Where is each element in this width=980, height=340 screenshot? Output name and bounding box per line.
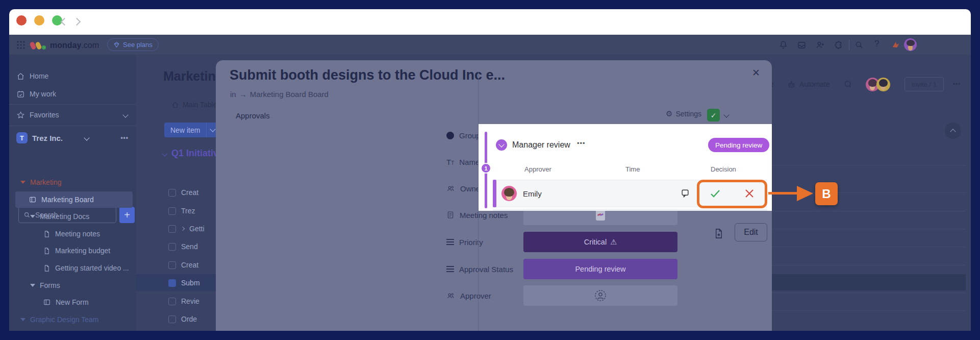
sidebar-divider [9, 104, 136, 105]
row-checkbox[interactable] [168, 298, 176, 305]
sidebar: Home My work Favorites T Trez Inc. ••• +… [9, 55, 136, 331]
home-icon [171, 101, 179, 109]
help-icon[interactable]: ? [874, 39, 879, 49]
sidebar-item-my-work[interactable]: My work [16, 86, 133, 102]
close-icon[interactable]: ✕ [752, 67, 760, 79]
edit-button[interactable]: Edit [735, 223, 767, 241]
topbar-divider [849, 40, 849, 50]
user-avatar[interactable] [904, 38, 917, 51]
search-icon[interactable] [855, 40, 864, 50]
field-label-group: Group [446, 125, 481, 145]
sidebar-item-favorites[interactable]: Favorites [16, 107, 133, 123]
sidebar-item-marketing-budget[interactable]: Marketing budget [16, 243, 133, 258]
row-checkbox[interactable] [168, 243, 176, 251]
field-label-approval-status: Approval Status [446, 259, 513, 279]
approver-name: Emily [523, 189, 542, 198]
automate-robot-icon [787, 80, 796, 89]
sidebar-workspace-trez[interactable]: T Trez Inc. ••• [16, 130, 133, 145]
field-label-approver: Approver [446, 285, 491, 306]
monday-logo[interactable]: monday.com [31, 41, 99, 50]
sidebar-item-marketing-board[interactable]: Marketing Board [16, 192, 133, 207]
sidebar-item-marketing[interactable]: Marketing [16, 175, 133, 190]
approvals-settings[interactable]: ⚙ Settings [666, 109, 701, 118]
traffic-light-minimize[interactable] [34, 15, 44, 26]
triangle-down-icon [30, 215, 35, 218]
see-plans-button[interactable]: See plans [107, 38, 159, 51]
doc-icon [43, 264, 51, 272]
scroll-top-button[interactable] [945, 123, 961, 139]
approver-row-accent [493, 180, 496, 207]
notifications-bell-icon[interactable] [778, 40, 788, 50]
automate-label[interactable]: Automate [799, 80, 830, 88]
row-checkbox[interactable] [168, 207, 176, 215]
workspace-avatar: T [16, 132, 28, 143]
tab-main-table[interactable]: Main Table [171, 101, 217, 109]
member-avatar[interactable] [876, 78, 890, 91]
new-item-button[interactable]: New item [164, 123, 218, 137]
row-label: Creat [181, 188, 198, 197]
annotation-arrowhead [796, 184, 814, 203]
workspace-menu-icon[interactable]: ••• [120, 134, 129, 141]
traffic-light-zoom[interactable] [52, 15, 62, 26]
logo-dot-green [42, 45, 46, 50]
field-value-approval-status[interactable]: Pending review [523, 259, 677, 279]
row-label: Creat [181, 261, 198, 269]
comment-icon[interactable] [680, 188, 690, 198]
sidebar-item-label: Forms [40, 281, 60, 289]
annotation-highlight-box [697, 180, 767, 208]
row-label: Revie [181, 297, 199, 305]
apps-marketplace-puzzle-icon[interactable] [834, 40, 844, 50]
sidebar-item-new-form[interactable]: New Form [16, 295, 133, 310]
gear-icon: ⚙ [666, 109, 672, 118]
row-gridline [772, 310, 966, 311]
sidebar-item-getting-started[interactable]: Getting started video ... [16, 260, 133, 276]
expand-chevron-icon[interactable] [181, 227, 185, 231]
step-number-badge: 1 [481, 163, 491, 174]
invite-members-icon[interactable] [815, 40, 825, 50]
row-checkbox[interactable] [168, 315, 176, 323]
sidebar-item-home[interactable]: Home [16, 68, 133, 84]
invite-button[interactable]: Invite / 1 [904, 77, 944, 91]
row-gridline [772, 265, 966, 265]
approvals-section-title: Approvals [236, 111, 270, 120]
arrow-right-icon: → [239, 90, 247, 99]
sidebar-item-label: New Form [56, 298, 89, 306]
brand-mark-icon [891, 40, 901, 50]
warning-icon: ⚠ [610, 238, 617, 246]
traffic-light-close[interactable] [16, 15, 27, 26]
row-checkbox-checked[interactable] [168, 279, 176, 287]
sidebar-item-marketing-docs[interactable]: Marketing Docs [16, 209, 133, 224]
doc-icon [43, 247, 51, 255]
row-checkbox[interactable] [168, 225, 176, 233]
approvals-checkbox[interactable]: ✓ [707, 109, 720, 122]
sidebar-item-label: Home [30, 72, 48, 80]
workspace-label: Graphic Design Team [30, 315, 98, 324]
stage-collapse-button[interactable] [496, 139, 507, 151]
column-header-decision: Decision [711, 165, 736, 173]
tab-label: Main Table [183, 101, 217, 109]
browser-forward-icon[interactable] [73, 18, 81, 26]
inbox-icon[interactable] [797, 40, 807, 50]
doc-magic-icon[interactable] [713, 227, 724, 240]
row-checkbox[interactable] [168, 261, 176, 269]
field-value-priority[interactable]: Critical⚠ [523, 232, 677, 252]
approver-avatar [501, 186, 517, 201]
row-checkbox[interactable] [168, 189, 176, 197]
app-topbar: monday.com See plans ? [9, 35, 971, 55]
breadcrumb-board[interactable]: Marketing Board Board [250, 90, 329, 99]
board-menu-icon[interactable]: ••• [953, 81, 961, 88]
home-icon [16, 72, 25, 81]
field-value-approver[interactable] [523, 285, 677, 306]
sidebar-item-graphic-design-team[interactable]: Graphic Design Team [16, 312, 133, 327]
sidebar-item-forms[interactable]: Forms [16, 278, 133, 293]
row-gridline [772, 247, 966, 247]
stage-menu-icon[interactable]: ••• [577, 139, 586, 147]
row-gridline [772, 229, 966, 229]
column-header-approver: Approver [524, 165, 551, 173]
chat-icon[interactable] [843, 80, 852, 89]
field-label-priority: Priority [446, 232, 483, 252]
chevron-down-icon[interactable] [723, 112, 729, 117]
apps-grid-icon[interactable] [16, 40, 26, 50]
sidebar-item-meeting-notes[interactable]: Meeting notes [16, 226, 133, 241]
item-title[interactable]: Submit booth designs to the Cloud Inc e.… [230, 67, 505, 83]
